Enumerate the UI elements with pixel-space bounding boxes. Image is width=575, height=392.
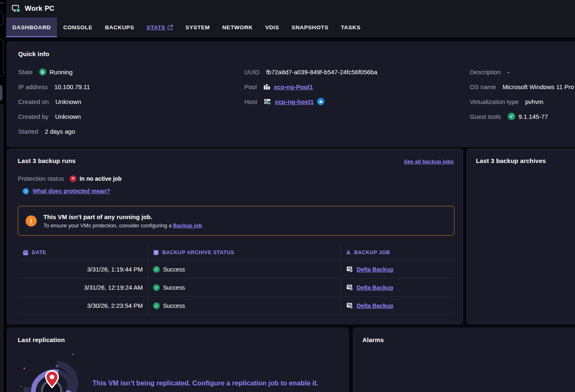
sparkle-dot: [72, 354, 73, 355]
date-column-header: DATE: [18, 245, 148, 260]
map-pin-icon: [44, 370, 60, 389]
backup-archives-card: Last 3 backup archives: [466, 149, 575, 324]
protected-help-link[interactable]: What does protected mean?: [33, 188, 110, 194]
left-edge-fragment: [0, 2, 4, 3]
delta-backup-icon: [346, 284, 354, 291]
replication-card: Last replication This VM isn’t being rep…: [7, 328, 349, 392]
backup-job-link[interactable]: Delta Backup: [357, 302, 393, 309]
backup-date: 3/31/26, 1:19:44 PM: [18, 260, 148, 279]
alarms-title: Alarms: [362, 336, 384, 343]
sparkle-dot: [24, 368, 25, 369]
vm-tab-bar: DASHBOARD CONSOLE BACKUPS STATS SYSTEM N…: [6, 17, 575, 37]
delta-backup-icon: [346, 302, 354, 309]
pool-row: Pool xcp-ng-Pool1: [244, 79, 377, 94]
table-row: 3/30/26, 2:23:54 PM ✓ Success: [18, 297, 454, 315]
success-check-icon: ✓: [153, 302, 160, 309]
quick-info-column-1: State ▶ Running IP address 10.100.79.11 …: [18, 64, 90, 139]
tab-network[interactable]: NETWORK: [216, 17, 259, 37]
primary-host-star-icon: ★: [317, 98, 324, 105]
calendar-icon: [23, 250, 28, 255]
vm-title-bar: Work PC: [6, 0, 575, 17]
no-backup-warning-banner: ! This VM isn’t part of any running job.…: [18, 206, 454, 236]
backup-status: ✓ Success: [148, 279, 341, 297]
tab-console[interactable]: CONSOLE: [57, 17, 99, 37]
left-edge-panel: [0, 0, 6, 392]
host-row: Host xcp-ng-host1 ★: [244, 94, 377, 109]
left-edge-fragment: [0, 39, 4, 76]
success-check-icon: ✓: [153, 266, 160, 273]
host-server-icon: [264, 98, 272, 105]
backup-job-link[interactable]: Delta Backup: [357, 284, 393, 291]
delta-backup-icon: [346, 266, 354, 273]
tab-snapshots[interactable]: SNAPSHOTS: [285, 17, 334, 37]
quick-info-title: Quick info: [18, 50, 49, 57]
table-row: 3/31/26, 1:19:44 PM ✓ Success: [18, 260, 454, 279]
running-state-icon: ▶: [39, 68, 46, 76]
tab-system[interactable]: SYSTEM: [179, 17, 216, 37]
quick-info-column-2: UUID fb72a8d7-a039-849f-b547-24fc56f056b…: [244, 64, 377, 109]
see-all-backup-jobs-link[interactable]: See all backup jobs: [404, 158, 454, 165]
job-name-icon: A: [346, 249, 351, 256]
vm-title: Work PC: [25, 5, 54, 13]
backup-runs-card: Last 3 backup runs See all backup jobs P…: [7, 149, 463, 324]
external-link-icon: [168, 25, 173, 30]
job-column-header: A BACKUP JOB: [341, 245, 454, 260]
backup-job-link[interactable]: Backup job: [173, 222, 202, 229]
table-row: 3/31/26, 12:19:24 AM ✓ Success: [18, 279, 454, 297]
created-by-row: Created by Unknown: [18, 109, 90, 124]
status-column-header: BACKUP ARCHIVE STATUS: [148, 245, 341, 260]
host-link[interactable]: xcp-ng-host1: [275, 98, 314, 105]
pool-link[interactable]: xcp-ng-Pool1: [274, 83, 313, 90]
vm-dashboard-page: Work PC DASHBOARD CONSOLE BACKUPS STATS …: [0, 0, 575, 392]
quick-info-card: Quick info State ▶ Running IP address 10…: [7, 42, 575, 147]
replication-title: Last replication: [18, 336, 65, 343]
tab-dashboard[interactable]: DASHBOARD: [6, 17, 57, 37]
tab-tasks[interactable]: TASKS: [335, 17, 367, 37]
left-edge-sliver: [0, 104, 4, 392]
backup-job-link[interactable]: Delta Backup: [357, 266, 393, 273]
warning-icon: !: [26, 215, 37, 227]
protection-status-row: Protection status ✕ In no active job: [18, 175, 122, 182]
uuid-row: UUID fb72a8d7-a039-849f-b547-24fc56f056b…: [244, 64, 377, 79]
backup-date: 3/30/26, 2:23:54 PM: [18, 297, 148, 315]
table-header-row: DATE BACKUP ARCHIVE STATUS A BACKUP JOB: [18, 245, 454, 260]
backup-job-cell: Delta Backup: [341, 260, 454, 279]
replication-message: This VM isn’t being replicated. Configur…: [92, 378, 324, 389]
left-edge-pill: [0, 85, 2, 101]
backup-archives-title: Last 3 backup archives: [476, 157, 546, 164]
protection-cross-icon: ✕: [70, 175, 76, 182]
sparkle-dot: [20, 386, 21, 387]
quick-info-column-3: Description - OS name Microsoft Windows …: [470, 64, 574, 124]
warning-subtitle: To ensure your VMs protection, consider …: [43, 222, 202, 229]
warning-title: This VM isn’t part of any running job.: [43, 213, 202, 220]
pool-icon: [263, 84, 270, 90]
vm-monitor-icon: [12, 4, 21, 13]
virtualization-type-row: Virtualization type pvhvm: [470, 94, 574, 109]
info-icon: i: [23, 188, 29, 194]
sparkle-dot: [56, 365, 57, 367]
backup-date: 3/31/26, 12:19:24 AM: [18, 279, 148, 297]
started-row: Started 2 days ago: [18, 124, 90, 139]
tab-backups[interactable]: BACKUPS: [99, 17, 140, 37]
state-row: State ▶ Running: [18, 64, 90, 79]
backup-job-cell: Delta Backup: [341, 279, 454, 297]
tab-stats[interactable]: STATS: [140, 17, 179, 37]
left-edge-fragment: [0, 12, 4, 25]
success-check-icon: ✓: [153, 284, 160, 291]
backup-runs-title: Last 3 backup runs: [18, 157, 76, 164]
ip-address-row: IP address 10.100.79.11: [18, 79, 90, 94]
guest-tools-check-icon: ✓: [508, 113, 515, 120]
backup-runs-table: DATE BACKUP ARCHIVE STATUS A BACKUP JOB: [18, 245, 454, 315]
guest-tools-row: Guest tools ✓ 9.1.145-77: [470, 109, 574, 124]
description-row: Description -: [470, 64, 574, 79]
backup-status: ✓ Success: [148, 297, 341, 315]
galaxy-illustration: [19, 357, 85, 392]
protected-help-row: i What does protected mean?: [23, 188, 110, 194]
alarms-card: Alarms: [353, 328, 575, 392]
os-name-row: OS name Microsoft Windows 11 Pro: [470, 79, 574, 94]
created-on-row: Created on Unknown: [18, 94, 90, 109]
tab-vdis[interactable]: VDIS: [259, 17, 285, 37]
archive-status-icon: [153, 250, 159, 255]
backup-job-cell: Delta Backup: [341, 297, 454, 315]
backup-status: ✓ Success: [148, 260, 341, 279]
